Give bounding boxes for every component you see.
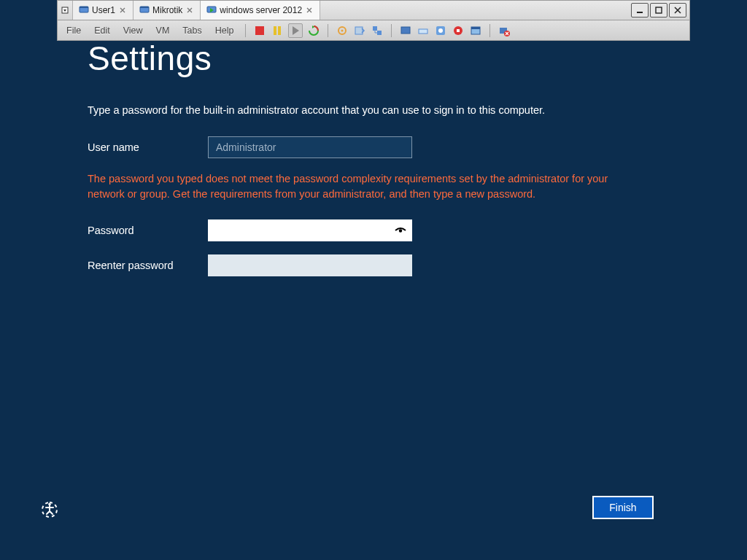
svg-rect-14 — [373, 26, 377, 31]
vmware-window: User1 Mikrotik windows server 2012 — [57, 0, 690, 41]
maximize-button[interactable] — [650, 3, 667, 18]
tabs-overflow-button[interactable] — [58, 1, 73, 20]
disconnect-device-icon[interactable] — [498, 24, 511, 37]
close-icon[interactable] — [305, 6, 314, 15]
svg-rect-21 — [457, 29, 460, 32]
snapshot-revert-icon[interactable] — [353, 24, 366, 37]
oobe-settings-page: Settings Type a password for the built-i… — [0, 42, 747, 560]
restart-icon[interactable] — [307, 24, 320, 37]
vm-icon — [79, 5, 89, 15]
unity-icon[interactable] — [417, 24, 430, 37]
svg-point-19 — [438, 28, 443, 33]
username-row: User name — [88, 136, 659, 158]
separator — [245, 24, 246, 37]
play-icon[interactable] — [288, 23, 303, 38]
minimize-button[interactable] — [631, 3, 649, 18]
svg-rect-15 — [377, 31, 382, 35]
svg-rect-9 — [274, 26, 276, 35]
tab-label: Mikrotik — [152, 5, 182, 15]
tab-user1[interactable]: User1 — [73, 1, 133, 20]
tab-windows-server-2012[interactable]: windows server 2012 — [201, 1, 320, 20]
ease-of-access-icon[interactable] — [39, 499, 60, 520]
close-icon[interactable] — [118, 6, 127, 15]
separator — [489, 24, 490, 37]
menu-file[interactable]: File — [61, 24, 87, 37]
pause-icon[interactable] — [271, 24, 284, 37]
tab-bar: User1 Mikrotik windows server 2012 — [57, 0, 690, 20]
menu-view[interactable]: View — [117, 24, 149, 37]
separator — [391, 24, 392, 37]
snapshot-icon[interactable] — [336, 24, 349, 37]
fullscreen-icon[interactable] — [399, 24, 412, 37]
record-icon[interactable] — [452, 24, 465, 37]
svg-rect-10 — [278, 26, 281, 35]
close-icon[interactable] — [185, 6, 194, 15]
password-label: Password — [88, 225, 208, 236]
svg-rect-4 — [140, 7, 149, 8]
window-icon[interactable] — [469, 24, 482, 37]
reenter-password-row: Reenter password — [88, 254, 659, 276]
svg-point-27 — [48, 503, 51, 506]
instruction-text: Type a password for the built-in adminis… — [88, 104, 659, 116]
svg-rect-2 — [80, 7, 88, 8]
tab-label: windows server 2012 — [220, 5, 302, 15]
vm-running-icon — [206, 5, 217, 15]
page-title: Settings — [88, 42, 659, 75]
vm-icon — [139, 5, 150, 15]
svg-rect-23 — [471, 27, 480, 29]
stop-icon[interactable] — [253, 24, 266, 37]
password-row: Password — [88, 219, 659, 241]
tab-mikrotik[interactable]: Mikrotik — [133, 1, 201, 20]
menu-bar: File Edit View VM Tabs Help — [57, 20, 690, 41]
svg-rect-7 — [656, 7, 662, 13]
svg-rect-6 — [637, 12, 643, 13]
svg-point-12 — [341, 29, 344, 31]
reveal-password-icon[interactable] — [393, 223, 408, 238]
close-button[interactable] — [669, 3, 686, 18]
finish-button[interactable]: Finish — [592, 496, 654, 519]
password-error-message: The password you typed does not meet the… — [88, 171, 642, 202]
password-field[interactable] — [208, 219, 412, 241]
svg-point-26 — [399, 229, 402, 232]
window-controls — [628, 1, 689, 20]
snapshot-manager-icon[interactable] — [371, 24, 384, 37]
svg-rect-17 — [419, 29, 427, 34]
username-label: User name — [88, 141, 208, 153]
reenter-password-field[interactable] — [208, 254, 412, 276]
menu-help[interactable]: Help — [209, 24, 240, 37]
install-tools-icon[interactable] — [434, 24, 447, 37]
reenter-password-label: Reenter password — [88, 260, 208, 271]
menu-vm[interactable]: VM — [150, 24, 176, 37]
svg-rect-13 — [355, 27, 363, 34]
svg-rect-16 — [401, 27, 410, 34]
username-field — [208, 136, 412, 158]
separator — [328, 24, 328, 37]
menu-tabs[interactable]: Tabs — [177, 24, 207, 37]
svg-rect-8 — [255, 26, 264, 35]
tab-label: User1 — [92, 5, 115, 15]
menu-edit[interactable]: Edit — [88, 24, 116, 37]
